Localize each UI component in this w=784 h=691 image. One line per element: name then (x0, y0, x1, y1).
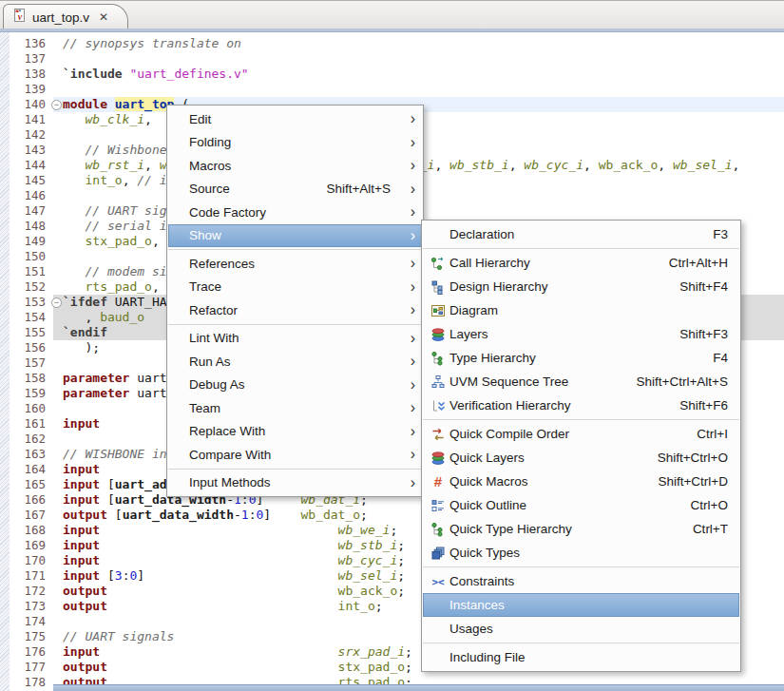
menu-item-uvm-sequence-tree[interactable]: UVM Sequence TreeShift+Ctrl+Alt+S (423, 370, 739, 393)
menu-item-input-methods[interactable]: Input Methods› (168, 471, 422, 495)
menu-item-trace[interactable]: Trace› (168, 276, 422, 299)
line-number: 138 (10, 67, 49, 82)
quick-macros-icon: # (429, 474, 448, 489)
code-token: wb_stb_i (338, 538, 398, 552)
line-number: 174 (10, 614, 49, 629)
menu-separator (423, 419, 739, 420)
code-token: , (434, 158, 449, 172)
menu-separator (423, 643, 739, 643)
menu-item-design-hierarchy[interactable]: Design HierarchyShift+F4 (423, 275, 739, 298)
menu-item-instances[interactable]: Instances (423, 593, 739, 617)
code-line (63, 51, 784, 67)
code-token: wb_we_i (338, 523, 391, 537)
menu-item-folding[interactable]: Folding› (168, 131, 422, 155)
code-token (100, 538, 337, 552)
menu-item-label: Quick Type Hierarchy (449, 522, 572, 536)
ide-window: v uart_top.v ✕ 1361371381391401411421431… (0, 0, 784, 691)
fold-collapse-icon[interactable]: − (51, 298, 62, 308)
code-token: wb_dat_o (300, 508, 360, 522)
menu-item-label: Lint With (189, 331, 239, 345)
menu-item-quick-type-hierarchy[interactable]: Quick Type HierarchyCtrl+T (423, 517, 739, 541)
type-hierarchy-icon (429, 522, 448, 537)
code-token: [ (100, 477, 115, 491)
menu-item-quick-types[interactable]: Quick Types (423, 541, 739, 565)
menu-item-quick-layers[interactable]: Quick LayersShift+Ctrl+O (423, 446, 739, 470)
line-number: 176 (10, 644, 49, 660)
code-line: `include "uart_defines.v" (63, 67, 784, 82)
code-token: module (63, 97, 107, 111)
fold-collapse-icon[interactable]: − (51, 100, 62, 110)
code-token: wb_sel_i (673, 158, 733, 172)
code-token: input (63, 477, 100, 491)
code-token (107, 584, 338, 598)
menu-item-layers[interactable]: LayersShift+F3 (423, 322, 739, 346)
menu-item-call-hierarchy[interactable]: Call HierarchyCtrl+Alt+H (423, 251, 739, 275)
folding-ruler: −− (49, 36, 63, 691)
menu-separator (423, 566, 739, 567)
menu-item-replace-with[interactable]: Replace With› (168, 420, 422, 444)
verilog-file-icon: v (12, 8, 27, 27)
menu-item-label: Quick Types (449, 546, 520, 560)
code-token: ; (375, 599, 383, 613)
menu-item-refactor[interactable]: Refactor› (168, 298, 422, 322)
code-token: wb_cyc_i (338, 553, 398, 567)
menu-item-label: Folding (189, 135, 231, 149)
menu-item-quick-macros[interactable]: #Quick MacrosShift+Ctrl+D (423, 470, 739, 493)
menu-item-label: Refactor (189, 303, 238, 317)
code-token (100, 416, 174, 431)
code-token: , (144, 112, 152, 126)
menu-item-run-as[interactable]: Run As› (168, 350, 422, 374)
tab-uart-top-v[interactable]: v uart_top.v ✕ (3, 4, 128, 29)
line-number-ruler[interactable]: 1361371381391401411421431441451461471481… (10, 36, 49, 690)
menu-item-team[interactable]: Team› (168, 396, 422, 420)
line-number: 164 (10, 462, 49, 477)
menu-item-references[interactable]: References› (168, 252, 422, 276)
code-token: , (583, 158, 599, 172)
menu-item-compare-with[interactable]: Compare With› (168, 443, 422, 467)
menu-item-type-hierarchy[interactable]: Type HierarchyF4 (423, 346, 739, 370)
line-number: 146 (10, 188, 49, 203)
line-number: 155 (10, 325, 49, 340)
diagram-icon (429, 303, 448, 318)
horizontal-scrollbar[interactable] (53, 684, 784, 691)
code-token (63, 173, 85, 187)
menu-item-debug-as[interactable]: Debug As› (168, 374, 422, 397)
menu-item-macros[interactable]: Macros› (168, 154, 422, 178)
code-token (100, 644, 337, 659)
submenu-arrow-icon: › (400, 182, 422, 197)
menu-item-including-file[interactable]: Including File (423, 645, 739, 669)
code-token (107, 660, 338, 674)
code-token (63, 219, 85, 233)
code-token (63, 143, 85, 157)
menu-item-label: Show (189, 228, 221, 242)
menu-item-source[interactable]: SourceShift+Alt+S› (168, 178, 422, 202)
menu-item-show[interactable]: Show› (168, 224, 422, 248)
menu-item-label: Quick Macros (449, 474, 528, 489)
menu-item-quick-compile-order[interactable]: Quick Compile OrderCtrl+I (423, 422, 739, 446)
menu-item-declaration[interactable]: DeclarationF3 (423, 222, 739, 246)
submenu-arrow-icon: › (400, 331, 422, 346)
code-token: wb_sel_i (338, 568, 398, 583)
menu-item-verification-hierarchy[interactable]: Verification HierarchyShift+F6 (423, 393, 739, 417)
line-number: 148 (10, 219, 49, 234)
menu-item-code-factory[interactable]: Code Factory› (168, 201, 422, 224)
menu-item-quick-outline[interactable]: Quick OutlineCtrl+O (423, 493, 739, 517)
line-number: 154 (10, 310, 49, 325)
marker-ruler[interactable] (0, 32, 10, 691)
code-token: ; (397, 568, 405, 583)
code-token: ] (263, 508, 271, 522)
code-token: 3 (115, 568, 123, 583)
code-token: output (63, 599, 107, 613)
editor-tab-bar: v uart_top.v ✕ (0, 0, 784, 29)
code-token: input (63, 538, 100, 552)
menu-item-edit[interactable]: Edit› (168, 107, 422, 131)
code-line: // synopsys translate on (63, 36, 784, 51)
code-token: , (152, 279, 167, 294)
menu-item-usages[interactable]: Usages (423, 617, 739, 641)
menu-item-lint-with[interactable]: Lint With› (168, 327, 422, 351)
code-token: wb_rst_i (85, 158, 144, 172)
menu-item-constraints[interactable]: ><Constraints (423, 569, 739, 593)
code-token: [ (100, 568, 115, 583)
tab-close-icon[interactable]: ✕ (99, 10, 108, 24)
menu-item-diagram[interactable]: Diagram (423, 298, 739, 322)
